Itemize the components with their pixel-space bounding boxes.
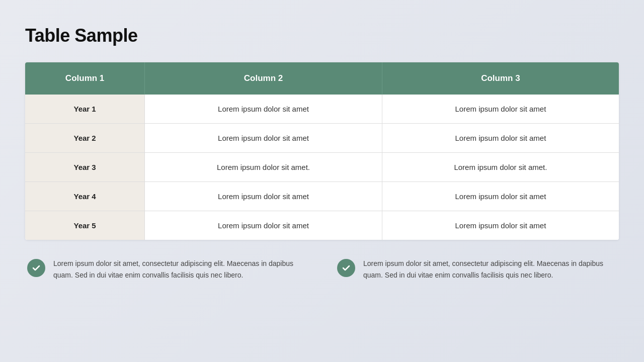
table-header-row: Column 1 Column 2 Column 3 xyxy=(25,62,619,95)
footnote-item-2: Lorem ipsum dolor sit amet, consectetur … xyxy=(337,258,617,281)
table-row: Year 4Lorem ipsum dolor sit ametLorem ip… xyxy=(25,182,619,211)
check-icon-1 xyxy=(27,259,45,277)
main-table: Column 1 Column 2 Column 3 Year 1Lorem i… xyxy=(25,62,619,240)
table-row: Year 1Lorem ipsum dolor sit ametLorem ip… xyxy=(25,95,619,124)
row-5-col2: Lorem ipsum dolor sit amet xyxy=(145,211,382,240)
page-wrapper: Table Sample Column 1 Column 2 Column 3 … xyxy=(25,0,619,301)
footnote-item-1: Lorem ipsum dolor sit amet, consectetur … xyxy=(27,258,307,281)
row-4-col3: Lorem ipsum dolor sit amet xyxy=(382,182,619,211)
footnote-text-1: Lorem ipsum dolor sit amet, consectetur … xyxy=(53,258,307,281)
col1-header: Column 1 xyxy=(25,62,145,95)
row-3-col2: Lorem ipsum dolor sit amet. xyxy=(145,153,382,182)
row-1-col2: Lorem ipsum dolor sit amet xyxy=(145,95,382,124)
row-1-label: Year 1 xyxy=(25,95,145,124)
row-5-col3: Lorem ipsum dolor sit amet xyxy=(382,211,619,240)
row-3-col3: Lorem ipsum dolor sit amet. xyxy=(382,153,619,182)
row-4-label: Year 4 xyxy=(25,182,145,211)
row-4-col2: Lorem ipsum dolor sit amet xyxy=(145,182,382,211)
row-5-label: Year 5 xyxy=(25,211,145,240)
footnote-text-2: Lorem ipsum dolor sit amet, consectetur … xyxy=(363,258,617,281)
check-icon-2 xyxy=(337,259,355,277)
row-1-col3: Lorem ipsum dolor sit amet xyxy=(382,95,619,124)
table-container: Column 1 Column 2 Column 3 Year 1Lorem i… xyxy=(25,62,619,240)
table-row: Year 5Lorem ipsum dolor sit ametLorem ip… xyxy=(25,211,619,240)
col2-header: Column 2 xyxy=(145,62,382,95)
row-3-label: Year 3 xyxy=(25,153,145,182)
table-row: Year 3Lorem ipsum dolor sit amet.Lorem i… xyxy=(25,153,619,182)
footnotes-section: Lorem ipsum dolor sit amet, consectetur … xyxy=(25,258,619,281)
table-row: Year 2Lorem ipsum dolor sit ametLorem ip… xyxy=(25,124,619,153)
page-title: Table Sample xyxy=(25,25,619,46)
col3-header: Column 3 xyxy=(382,62,619,95)
row-2-col3: Lorem ipsum dolor sit amet xyxy=(382,124,619,153)
row-2-col2: Lorem ipsum dolor sit amet xyxy=(145,124,382,153)
row-2-label: Year 2 xyxy=(25,124,145,153)
